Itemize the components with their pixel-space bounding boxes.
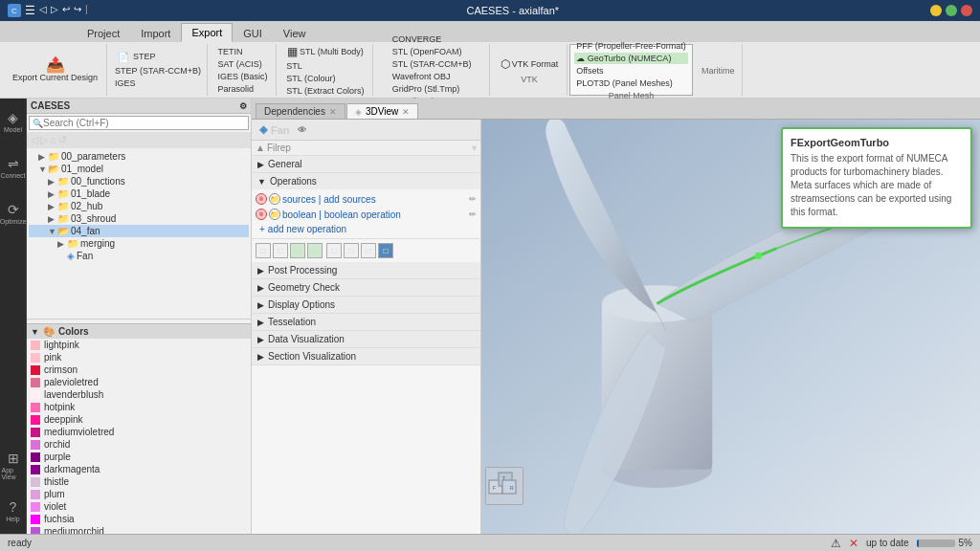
section-geometry-header[interactable]: ▶ Geometry Check [252, 279, 480, 296]
stl-starcmm-btn[interactable]: STL (STAR-CCM+B) [390, 58, 474, 70]
tab-view[interactable]: View [273, 23, 317, 42]
nav-home-icon[interactable]: ⌂ [50, 134, 56, 146]
nav-up-icon[interactable]: ◁ [31, 134, 38, 146]
op-disable-icon[interactable]: ⊗ [256, 193, 267, 205]
stl-colour-btn[interactable]: STL (Colour) [284, 73, 366, 84]
tree-settings-icon[interactable]: ⚙ [239, 101, 247, 111]
color-item-fuchsia[interactable]: fuchsia [27, 513, 251, 525]
section-sectionviz-header[interactable]: ▶ Section Visualization [252, 348, 480, 364]
redo-btn[interactable]: ↪ [74, 4, 81, 17]
color-item-plum[interactable]: plum [27, 488, 251, 500]
forward-btn[interactable]: ▷ [51, 4, 58, 17]
op-folder-icon[interactable]: 📁 [269, 193, 280, 205]
tab-close-dependencies[interactable]: ✕ [329, 107, 337, 117]
op-disable-icon[interactable]: ⊗ [256, 209, 267, 220]
section-dataviz-header[interactable]: ▶ Data Visualization [252, 331, 480, 347]
section-display-header[interactable]: ▶ Display Options [252, 297, 480, 313]
display-icon-1[interactable]: □ [256, 243, 271, 258]
color-item-darkmagenta[interactable]: darkmagenta [27, 463, 251, 475]
nav-cube[interactable]: F T R [485, 467, 523, 505]
step-btn[interactable]: 📄 STEP [113, 49, 203, 64]
offsets-btn[interactable]: Offsets [574, 65, 688, 77]
display-icon-8[interactable]: □ [378, 243, 393, 258]
undo-btn[interactable]: ↩ [62, 4, 70, 17]
color-item-lightpink[interactable]: lightpink [27, 339, 251, 351]
color-item-palevioletred[interactable]: palevioletred [27, 376, 251, 388]
gridpro-btn[interactable]: GridPro (Stl.Tmp) [390, 83, 474, 95]
menu-icon[interactable]: ☰ [25, 4, 35, 17]
tab-close-3dview[interactable]: ✕ [402, 107, 410, 117]
op-edit-btn[interactable]: ✏ [469, 209, 477, 219]
iges-btn[interactable]: IGES [113, 77, 203, 89]
tree-item-merging[interactable]: ▶ 📁 merging [29, 237, 249, 250]
display-icon-4[interactable]: □ [307, 243, 323, 258]
tab-3dview[interactable]: ◈ 3DView ✕ [346, 103, 418, 119]
color-item-violet[interactable]: violet [27, 500, 251, 513]
section-general-header[interactable]: ▶ General [252, 156, 480, 172]
tetin-btn[interactable]: TETIN [215, 46, 269, 57]
stl-extract-btn[interactable]: STL (Extract Colors) [284, 85, 366, 97]
sidebar-item-model[interactable]: ◈ Model [2, 102, 25, 141]
tree-item-04-fan[interactable]: ▼ 📂 04_fan [29, 225, 249, 237]
close-btn[interactable] [961, 5, 972, 16]
geomturbo-btn[interactable]: ☁ GeoTurbo (NUMECA) [574, 53, 688, 64]
sidebar-item-help[interactable]: ? Help [2, 492, 25, 530]
sat-btn[interactable]: SAT (ACIS) [215, 58, 269, 70]
display-icon-6[interactable]: □ [344, 243, 359, 258]
sidebar-item-appview[interactable]: ⊞ App View [2, 446, 25, 484]
nav-down-icon[interactable]: ▷ [40, 134, 48, 146]
op-folder-icon[interactable]: 📁 [269, 209, 280, 220]
sidebar-item-optimize[interactable]: ⟳ Optimize [2, 194, 25, 232]
tree-item-02-hub[interactable]: ▶ 📁 02_hub [29, 200, 249, 212]
tab-gui[interactable]: GUI [233, 23, 273, 42]
tab-import[interactable]: Import [130, 23, 181, 42]
colors-expand-icon[interactable]: ▼ [31, 327, 39, 337]
viewport-3d[interactable]: F T R FExportGeomTurbo This is the expor… [481, 120, 980, 534]
iges-basic-btn[interactable]: IGES (Basic) [215, 71, 269, 82]
search-input[interactable] [43, 118, 245, 128]
converge-btn[interactable]: CONVERGE [390, 33, 474, 45]
tab-dependencies[interactable]: Dependencies ✕ [256, 103, 345, 119]
step-starcmm-btn[interactable]: STEP (STAR-CCM+B) [113, 65, 203, 77]
op-edit-btn[interactable]: ✏ [469, 194, 477, 204]
op-link-boolean[interactable]: boolean | boolean operation [282, 209, 401, 220]
parasolid-btn[interactable]: Parasolid [215, 83, 269, 95]
color-item-pink[interactable]: pink [27, 351, 251, 364]
color-item-crimson[interactable]: crimson [27, 364, 251, 376]
display-icon-3[interactable]: □ [290, 243, 305, 258]
tree-item-00-params[interactable]: ▶ 📁 00_parameters [29, 150, 249, 163]
op-link-sources[interactable]: sources | add sources [282, 194, 376, 205]
stl-multi-btn[interactable]: ▦ STL (Multi Body) [282, 43, 368, 60]
tab-project[interactable]: Project [77, 23, 130, 42]
plot3d-btn[interactable]: PLOT3D (Panel Meshes) [574, 77, 688, 89]
stl-btn[interactable]: STL [284, 60, 366, 72]
pff-btn[interactable]: PFF (Propeller-Free-Format) [574, 40, 688, 52]
section-post-header[interactable]: ▶ Post Processing [252, 262, 480, 278]
sidebar-item-connect[interactable]: ⇌ Connect [2, 148, 25, 187]
stl-openfoam-btn[interactable]: STL (OpenFOAM) [390, 46, 474, 57]
display-icon-5[interactable]: □ [326, 243, 342, 258]
color-item-hotpink[interactable]: hotpink [27, 401, 251, 413]
fan-eye-icon[interactable]: 👁 [298, 125, 306, 135]
maximize-btn[interactable] [946, 5, 957, 16]
minimize-btn[interactable] [930, 5, 942, 16]
wavefront-btn[interactable]: Wavefront OBJ [390, 71, 474, 82]
add-operation-btn[interactable]: + add new operation [252, 222, 480, 236]
display-icon-2[interactable]: □ [273, 243, 288, 258]
display-icon-7[interactable]: □ [361, 243, 376, 258]
color-item-orchid[interactable]: orchid [27, 438, 251, 451]
color-item-thistle[interactable]: thistle [27, 475, 251, 488]
tree-item-03-shroud[interactable]: ▶ 📁 03_shroud [29, 212, 249, 225]
color-item-deeppink[interactable]: deeppink [27, 413, 251, 426]
tree-item-fan[interactable]: ◈ Fan [29, 250, 249, 262]
color-item-lavenderblush[interactable]: lavenderblush [27, 388, 251, 401]
nav-refresh-icon[interactable]: ↺ [58, 134, 67, 146]
section-operations-header[interactable]: ▼ Operations [252, 173, 480, 189]
export-current-btn[interactable]: 📤 Export Current Design [8, 55, 102, 84]
section-tess-header[interactable]: ▶ Tesselation [252, 314, 480, 330]
color-item-mediumvioletred[interactable]: mediumvioletred [27, 426, 251, 438]
filter-options-icon[interactable]: ▾ [472, 143, 477, 153]
tree-item-00-functions[interactable]: ▶ 📁 00_functions [29, 175, 249, 187]
tab-export[interactable]: Export [181, 23, 233, 42]
tree-item-01-blade[interactable]: ▶ 📁 01_blade [29, 187, 249, 200]
